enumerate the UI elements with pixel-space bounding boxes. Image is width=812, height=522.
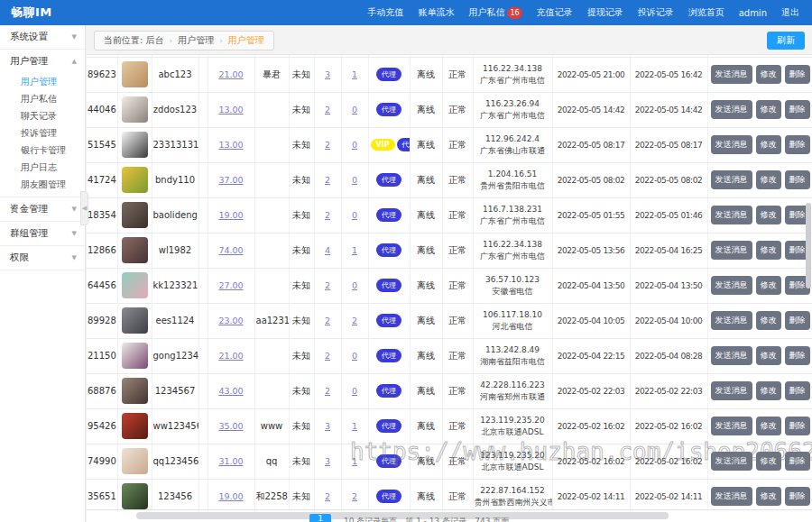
- topnav-item-用户私信[interactable]: 用户私信16: [468, 6, 521, 19]
- balance-link[interactable]: 35.00: [218, 421, 243, 431]
- send-message-button[interactable]: 发送消息: [711, 206, 752, 224]
- edit-button[interactable]: 修改: [756, 241, 781, 260]
- sidebar-subitem-用户私信[interactable]: 用户私信: [0, 90, 85, 107]
- send-message-button[interactable]: 发送消息: [711, 170, 752, 189]
- send-message-button[interactable]: 发送消息: [711, 381, 752, 400]
- edit-button[interactable]: 修改: [756, 276, 781, 295]
- sidebar-subitem-聊天记录[interactable]: 聊天记录: [0, 107, 85, 124]
- friend-count-link[interactable]: 3: [325, 69, 330, 79]
- topnav-item-投诉记录[interactable]: 投诉记录: [638, 6, 674, 19]
- avatar[interactable]: [122, 167, 148, 193]
- send-message-button[interactable]: 发送消息: [711, 452, 752, 471]
- topnav-item-admin[interactable]: admin: [739, 8, 767, 18]
- send-message-button[interactable]: 发送消息: [711, 135, 752, 154]
- friend-count-link[interactable]: 2: [325, 316, 330, 325]
- sidebar-item-用户管理[interactable]: 用户管理▲: [0, 50, 85, 73]
- edit-button[interactable]: 修改: [756, 65, 781, 84]
- edit-button[interactable]: 修改: [756, 100, 781, 119]
- balance-link[interactable]: 23.00: [218, 316, 243, 325]
- sidebar-subitem-用户日志[interactable]: 用户日志: [0, 159, 85, 176]
- balance-link[interactable]: 43.00: [218, 386, 243, 396]
- balance-link[interactable]: 21.00: [218, 69, 243, 79]
- topnav-item-退出[interactable]: 退出: [781, 6, 799, 19]
- friend-count-link[interactable]: 3: [325, 456, 330, 466]
- send-message-button[interactable]: 发送消息: [711, 346, 752, 365]
- group-count-link[interactable]: 0: [352, 351, 357, 361]
- balance-link[interactable]: 74.00: [218, 245, 243, 255]
- sidebar-item-权限[interactable]: 权限▼: [0, 246, 85, 270]
- group-count-link[interactable]: 0: [352, 280, 357, 290]
- send-message-button[interactable]: 发送消息: [711, 65, 752, 84]
- avatar[interactable]: [122, 61, 148, 87]
- group-count-link[interactable]: 1: [352, 421, 357, 431]
- collapse-handle-icon[interactable]: ◀: [80, 191, 88, 225]
- delete-button[interactable]: 删除: [785, 135, 810, 154]
- sidebar-subitem-朋友圈管理[interactable]: 朋友圈管理: [0, 176, 85, 193]
- edit-button[interactable]: 修改: [756, 487, 781, 506]
- avatar[interactable]: [122, 307, 148, 334]
- send-message-button[interactable]: 发送消息: [711, 311, 752, 330]
- group-count-link[interactable]: 0: [352, 175, 357, 185]
- edit-button[interactable]: 修改: [756, 170, 781, 189]
- breadcrumb-item-user-management[interactable]: 用户管理: [178, 34, 214, 47]
- delete-button[interactable]: 删除: [785, 311, 810, 330]
- edit-button[interactable]: 修改: [756, 135, 781, 154]
- sidebar-subitem-投诉管理[interactable]: 投诉管理: [0, 124, 85, 142]
- sidebar-item-系统设置[interactable]: 系统设置▼: [0, 25, 85, 49]
- group-count-link[interactable]: 1: [352, 456, 357, 466]
- topnav-item-账单流水[interactable]: 账单流水: [418, 6, 454, 19]
- balance-link[interactable]: 37.00: [218, 175, 243, 185]
- friend-count-link[interactable]: 2: [325, 105, 330, 114]
- topnav-item-浏览首页[interactable]: 浏览首页: [688, 6, 724, 19]
- avatar[interactable]: [122, 96, 148, 123]
- avatar[interactable]: [122, 237, 148, 263]
- delete-button[interactable]: 删除: [785, 346, 810, 365]
- friend-count-link[interactable]: 2: [325, 351, 330, 361]
- group-count-link[interactable]: 1: [352, 245, 357, 255]
- edit-button[interactable]: 修改: [756, 346, 781, 365]
- friend-count-link[interactable]: 2: [325, 386, 330, 396]
- avatar[interactable]: [122, 483, 148, 509]
- delete-button[interactable]: 删除: [785, 100, 810, 119]
- sidebar-item-资金管理[interactable]: 资金管理▼: [0, 197, 85, 221]
- friend-count-link[interactable]: 4: [325, 245, 330, 255]
- delete-button[interactable]: 删除: [785, 170, 810, 189]
- send-message-button[interactable]: 发送消息: [711, 100, 752, 119]
- avatar[interactable]: [122, 413, 148, 439]
- send-message-button[interactable]: 发送消息: [711, 487, 752, 506]
- group-count-link[interactable]: 0: [352, 105, 357, 114]
- avatar[interactable]: [122, 202, 148, 228]
- sidebar-item-群组管理[interactable]: 群组管理▼: [0, 222, 85, 245]
- send-message-button[interactable]: 发送消息: [711, 241, 752, 260]
- group-count-link[interactable]: 2: [352, 316, 357, 325]
- group-count-link[interactable]: 2: [352, 491, 357, 501]
- avatar[interactable]: [122, 132, 148, 158]
- group-count-link[interactable]: 1: [352, 69, 357, 79]
- edit-button[interactable]: 修改: [756, 417, 781, 435]
- page-button-active[interactable]: 1: [309, 514, 331, 522]
- balance-link[interactable]: 13.00: [218, 140, 243, 150]
- edit-button[interactable]: 修改: [756, 311, 781, 330]
- refresh-button[interactable]: 刷新: [767, 32, 805, 50]
- delete-button[interactable]: 删除: [785, 452, 810, 471]
- avatar[interactable]: [122, 343, 148, 369]
- edit-button[interactable]: 修改: [756, 381, 781, 400]
- edit-button[interactable]: 修改: [756, 452, 781, 471]
- sidebar-subitem-银行卡管理[interactable]: 银行卡管理: [0, 142, 85, 159]
- group-count-link[interactable]: 0: [352, 386, 357, 396]
- friend-count-link[interactable]: 2: [325, 140, 330, 150]
- balance-link[interactable]: 13.00: [218, 105, 243, 114]
- topnav-item-提现记录[interactable]: 提现记录: [587, 6, 623, 19]
- send-message-button[interactable]: 发送消息: [711, 417, 752, 435]
- sidebar-subitem-用户管理[interactable]: 用户管理: [0, 73, 85, 90]
- avatar[interactable]: [122, 272, 148, 298]
- friend-count-link[interactable]: 2: [325, 210, 330, 220]
- friend-count-link[interactable]: 2: [325, 175, 330, 185]
- balance-link[interactable]: 31.00: [218, 456, 243, 466]
- group-count-link[interactable]: 0: [352, 210, 357, 220]
- group-count-link[interactable]: 0: [352, 140, 357, 150]
- send-message-button[interactable]: 发送消息: [711, 276, 752, 295]
- edit-button[interactable]: 修改: [756, 206, 781, 224]
- delete-button[interactable]: 删除: [785, 381, 810, 400]
- topnav-item-充值记录[interactable]: 充值记录: [537, 6, 573, 19]
